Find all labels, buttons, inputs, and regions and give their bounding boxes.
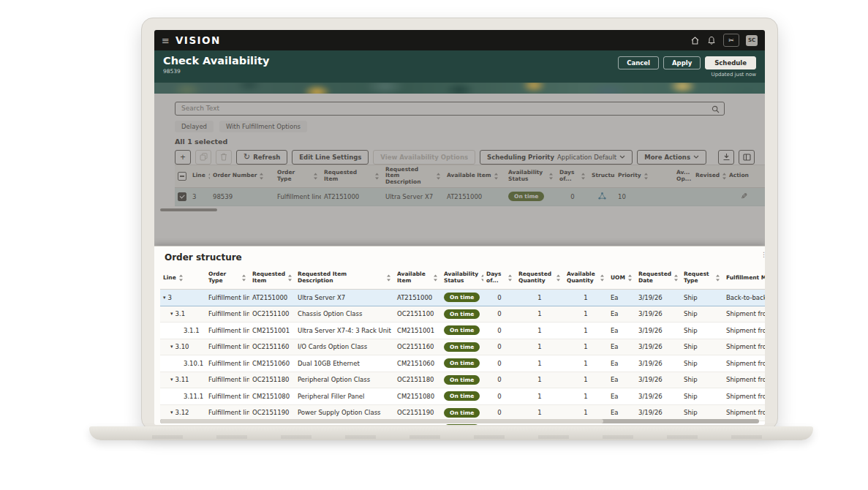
cancel-button[interactable]: Cancel xyxy=(618,56,659,69)
os-cell-uom: Ea xyxy=(608,323,635,339)
column-header-description[interactable]: Requested Item Description xyxy=(295,267,394,289)
os-cell-fulfillment_mode: Shipment fron xyxy=(723,306,765,323)
os-cell-status: On time xyxy=(441,405,483,421)
os-cell-order_type: Fulfillment line xyxy=(205,290,249,306)
column-label: Request Type xyxy=(684,271,713,284)
status-badge: On time xyxy=(444,309,480,319)
status-badge: On time xyxy=(444,391,480,401)
order-structure-row[interactable]: 3.11.1Fulfillment lineCM2151080Periphera… xyxy=(160,388,765,405)
menu-icon[interactable]: ≡ xyxy=(162,35,170,46)
sort-icon xyxy=(287,274,293,282)
os-cell-line: 3.11.1 xyxy=(160,388,205,404)
os-cell-requested_qty: 1 xyxy=(516,323,564,339)
os-cell-status: On time xyxy=(441,372,483,388)
os-cell-status: On time xyxy=(441,290,483,306)
os-cell-days_of: 0 xyxy=(483,339,516,355)
order-structure-title: Order structure xyxy=(165,252,242,263)
panel-clipped-kebab-icon[interactable]: ⋮ xyxy=(761,251,765,258)
user-avatar[interactable]: SC xyxy=(746,35,758,46)
status-badge: On time xyxy=(444,424,480,425)
column-label: Availability Status xyxy=(444,271,478,284)
page-header: Check Availability 98539 Cancel Apply Sc… xyxy=(154,50,765,83)
column-label: UOM xyxy=(611,275,625,282)
os-cell-available_item: AT2151000 xyxy=(394,290,441,306)
order-structure-row[interactable]: 3.1.1Fulfillment lineCM2151001Ultra Serv… xyxy=(160,323,765,339)
order-structure-row[interactable]: ▾3.1Fulfillment lineOC2151100Chassis Opt… xyxy=(160,306,765,323)
column-label: Available Quantity xyxy=(567,271,597,284)
updated-status-text: Updated just now xyxy=(618,72,756,78)
os-cell-uom: Ea xyxy=(608,339,635,355)
page-title: Check Availability xyxy=(163,55,269,67)
os-cell-available_item: CM2151001 xyxy=(394,323,441,339)
status-badge: On time xyxy=(444,375,480,385)
column-header-requested_item[interactable]: Requested Item xyxy=(249,267,295,289)
home-icon[interactable] xyxy=(690,35,700,45)
sort-icon xyxy=(627,274,633,282)
os-cell-description: Peripheral Option Class xyxy=(295,372,394,388)
column-header-days_of[interactable]: Days of... xyxy=(483,267,516,289)
os-cell-requested_qty: 1 xyxy=(516,372,564,388)
line-number: 3.1.1 xyxy=(184,327,200,334)
order-structure-row[interactable]: ▾3Fulfillment lineAT2151000Ultra Server … xyxy=(160,290,765,306)
order-id: 98539 xyxy=(163,68,269,75)
os-cell-order_type: Fulfillment line xyxy=(205,339,249,355)
expand-arrow-icon[interactable]: ▾ xyxy=(163,295,166,301)
order-structure-header-row: Order structure ⋮ xyxy=(154,246,765,267)
os-cell-requested_qty: 1 xyxy=(516,339,564,355)
os-cell-requested_item: CM2151060 xyxy=(249,355,295,372)
expand-arrow-icon[interactable]: ▾ xyxy=(170,377,173,382)
status-badge: On time xyxy=(444,358,480,368)
column-label: Available Item xyxy=(397,271,431,284)
column-header-requested_qty[interactable]: Requested Quantity xyxy=(516,267,564,289)
order-structure-row[interactable]: 3.10.1Fulfillment lineCM2151060Dual 10GB… xyxy=(160,355,765,372)
laptop-screen-bezel: ≡ VISION ✂ SC Check Availability xyxy=(141,18,778,430)
os-cell-requested_date: 3/19/26 xyxy=(635,405,681,421)
order-structure-scrollbar[interactable] xyxy=(160,419,759,423)
notifications-bell-icon[interactable] xyxy=(706,35,717,45)
column-header-status[interactable]: Availability Status xyxy=(441,267,483,289)
os-cell-description: I/O Cards Option Class xyxy=(295,339,394,355)
line-number: 3.12 xyxy=(176,409,189,416)
column-header-line[interactable]: Line xyxy=(160,267,205,289)
line-number: 3.1 xyxy=(176,310,186,317)
os-cell-description: Dual 10GB Ethernet xyxy=(295,355,394,372)
line-number: 3.11.1 xyxy=(184,393,203,400)
apply-button[interactable]: Apply xyxy=(663,56,701,69)
os-cell-days_of: 0 xyxy=(483,355,516,372)
schedule-button[interactable]: Schedule xyxy=(705,56,756,69)
sort-icon xyxy=(673,274,679,282)
os-cell-fulfillment_mode: Shipment fron xyxy=(723,405,765,421)
expand-arrow-icon[interactable]: ▾ xyxy=(170,344,173,350)
column-label: Requested Item xyxy=(252,271,285,284)
line-number: 3.10.1 xyxy=(184,360,203,367)
top-navigation-bar: ≡ VISION ✂ SC xyxy=(154,30,765,50)
os-cell-status: On time xyxy=(441,388,483,404)
os-cell-requested_item: AT2151000 xyxy=(249,290,295,306)
os-cell-status: On time xyxy=(441,306,483,323)
line-number: 3.11 xyxy=(176,376,189,383)
os-cell-available_qty: 1 xyxy=(564,372,608,388)
column-header-requested_date[interactable]: Requested Date xyxy=(635,267,681,289)
column-header-uom[interactable]: UOM xyxy=(608,267,635,289)
column-header-available_qty[interactable]: Available Quantity xyxy=(564,267,608,289)
sort-icon xyxy=(600,274,605,282)
app-window: ≡ VISION ✂ SC Check Availability xyxy=(154,30,765,425)
os-cell-available_qty: 1 xyxy=(564,405,608,421)
os-cell-line: ▾3 xyxy=(160,290,205,306)
column-label: Requested Quantity xyxy=(518,271,554,284)
os-cell-requested_date: 3/19/26 xyxy=(635,323,681,339)
os-cell-line: 3.1.1 xyxy=(160,323,205,339)
column-header-request_type[interactable]: Request Type xyxy=(681,267,723,289)
order-structure-row[interactable]: ▾3.11Fulfillment lineOC2151180Peripheral… xyxy=(160,372,765,389)
os-cell-uom: Ea xyxy=(608,405,635,421)
order-structure-panel: Order structure ⋮ LineOrder TypeRequeste… xyxy=(154,246,765,425)
order-structure-row[interactable]: ▾3.10Fulfillment lineOC2151160I/O Cards … xyxy=(160,339,765,356)
expand-arrow-icon[interactable]: ▾ xyxy=(170,311,173,317)
assistant-scissors-icon[interactable]: ✂ xyxy=(723,34,739,47)
column-header-order_type[interactable]: Order Type xyxy=(205,267,249,289)
os-cell-line: ▾3.10 xyxy=(160,339,205,355)
column-header-available_item[interactable]: Available Item xyxy=(394,267,441,289)
expand-arrow-icon[interactable]: ▾ xyxy=(170,410,173,415)
order-structure-table-body: ▾3Fulfillment lineAT2151000Ultra Server … xyxy=(154,290,765,425)
status-badge: On time xyxy=(444,293,480,302)
